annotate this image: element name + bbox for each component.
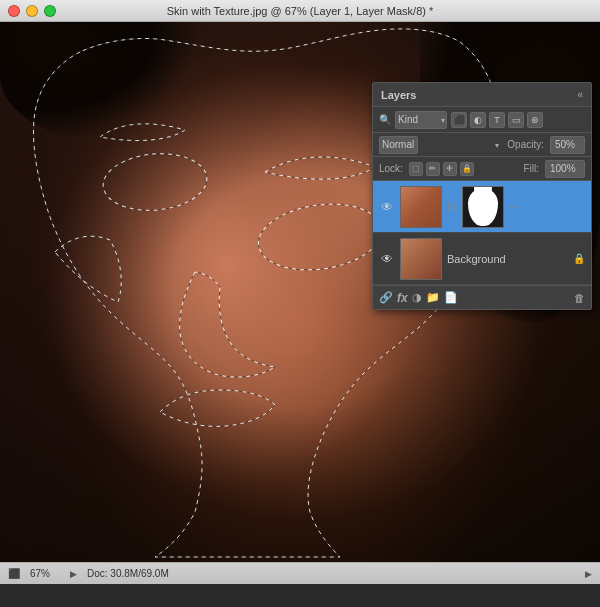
blend-mode-wrap[interactable]: Normal <box>379 136 501 154</box>
lock-icons: ⬚ ✏ ✛ 🔒 <box>409 162 474 176</box>
canvas-area: .march { fill: none; stroke: white; stro… <box>0 22 600 562</box>
panel-collapse-arrows[interactable]: « <box>577 89 583 100</box>
new-layer-icon[interactable]: 📄 <box>444 291 458 304</box>
layer-thumb-image <box>401 187 441 227</box>
layer-mask-thumb-layer1 <box>462 186 504 228</box>
smart-filter-icon[interactable]: ⊛ <box>527 112 543 128</box>
background-lock-icon: 🔒 <box>573 253 585 264</box>
lock-transparent-icon[interactable]: ⬚ <box>409 162 423 176</box>
window-title: Skin with Texture.jpg @ 67% (Layer 1, La… <box>167 5 434 17</box>
layer-thumb-layer1 <box>400 186 442 228</box>
layer-chain-icon: ⛓ <box>447 201 457 212</box>
lock-fill-row: Lock: ⬚ ✏ ✛ 🔒 Fill: 100% <box>373 157 591 181</box>
status-bar: ⬛ 67% ▶ Doc: 30.8M/69.0M ▶ <box>0 562 600 584</box>
layer-item-layer1[interactable]: 👁 ⛓ ⋯ <box>373 181 591 233</box>
status-left-icon[interactable]: ⬛ <box>8 568 20 579</box>
lock-label: Lock: <box>379 163 403 174</box>
status-arrow-icon: ▶ <box>70 569 77 579</box>
layers-panel-header: Layers « <box>373 83 591 107</box>
layer-thumb-background <box>400 238 442 280</box>
new-group-icon[interactable]: 📁 <box>426 291 440 304</box>
blend-opacity-row: Normal Opacity: 50% <box>373 133 591 157</box>
zoom-level: 67% <box>30 568 60 579</box>
layer-name-background: Background <box>447 253 568 265</box>
link-icon[interactable]: 🔗 <box>379 291 393 304</box>
layers-panel: Layers « 🔍 Kind ⬛ ◐ T ▭ ⊛ Normal <box>372 82 592 310</box>
fx-icon[interactable]: fx <box>397 291 408 305</box>
layer-options-dots[interactable]: ⋯ <box>509 200 521 214</box>
shape-filter-icon[interactable]: ▭ <box>508 112 524 128</box>
status-right-arrow[interactable]: ▶ <box>585 569 592 579</box>
fill-value[interactable]: 100% <box>545 160 585 178</box>
layer-thumb-bg-image <box>401 239 441 279</box>
kind-select[interactable]: Kind <box>395 111 447 129</box>
layer-visibility-background[interactable]: 👁 <box>379 251 395 267</box>
window-controls[interactable] <box>8 5 56 17</box>
kind-select-wrap[interactable]: Kind <box>395 111 447 129</box>
doc-size: Doc: 30.8M/69.0M <box>87 568 575 579</box>
layer-item-background[interactable]: 👁 Background 🔒 <box>373 233 591 285</box>
lock-pixels-icon[interactable]: ✏ <box>426 162 440 176</box>
maximize-button[interactable] <box>44 5 56 17</box>
close-button[interactable] <box>8 5 20 17</box>
doc-size-value: 30.8M/69.0M <box>110 568 168 579</box>
filter-icons: ⬛ ◐ T ▭ ⊛ <box>451 112 543 128</box>
new-fill-adjustment-icon[interactable]: ◑ <box>412 291 422 304</box>
kind-filter-row: 🔍 Kind ⬛ ◐ T ▭ ⊛ <box>373 107 591 133</box>
lock-position-icon[interactable]: ✛ <box>443 162 457 176</box>
layer-mask-image <box>463 187 503 227</box>
delete-layer-icon[interactable]: 🗑 <box>574 292 585 304</box>
pixel-filter-icon[interactable]: ⬛ <box>451 112 467 128</box>
title-bar: Skin with Texture.jpg @ 67% (Layer 1, La… <box>0 0 600 22</box>
blend-mode-select[interactable]: Normal <box>379 136 418 154</box>
opacity-label: Opacity: <box>507 139 544 150</box>
layers-panel-title: Layers <box>381 89 416 101</box>
mask-ghost-shape <box>468 188 498 226</box>
search-icon: 🔍 <box>379 114 391 125</box>
minimize-button[interactable] <box>26 5 38 17</box>
type-filter-icon[interactable]: T <box>489 112 505 128</box>
doc-label: Doc: <box>87 568 108 579</box>
layer-visibility-layer1[interactable]: 👁 <box>379 199 395 215</box>
fill-label: Fill: <box>523 163 539 174</box>
opacity-value[interactable]: 50% <box>550 136 585 154</box>
lock-all-icon[interactable]: 🔒 <box>460 162 474 176</box>
layers-bottom-toolbar: 🔗 fx ◑ 📁 📄 🗑 <box>373 285 591 309</box>
adjustment-filter-icon[interactable]: ◐ <box>470 112 486 128</box>
